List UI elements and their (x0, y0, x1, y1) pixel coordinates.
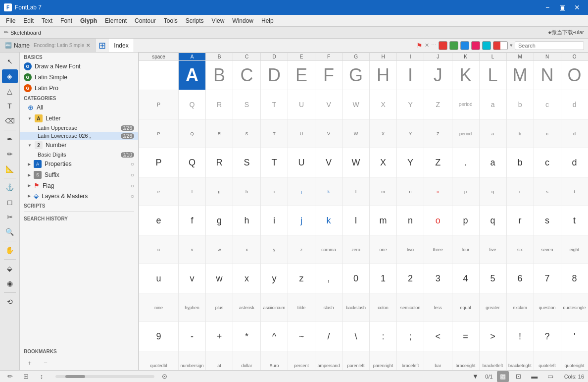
view-detail[interactable]: ▭ (544, 371, 556, 382)
cell-W[interactable]: W (343, 90, 370, 119)
cell-glyph-t-lc[interactable]: t (561, 206, 588, 235)
close-button[interactable]: ✕ (570, 2, 584, 12)
cell-H[interactable]: H (370, 61, 397, 90)
cell-glyph-n[interactable]: n (397, 206, 424, 235)
cell-glyph-a[interactable]: a (479, 148, 506, 177)
cell-glyph-w[interactable]: w (206, 264, 233, 293)
cell-glyph-y[interactable]: y (261, 264, 288, 293)
menu-font[interactable]: Font (56, 16, 76, 25)
cell-glyph-k[interactable]: k (315, 206, 343, 235)
menu-scripts[interactable]: Scripts (182, 16, 208, 25)
tab-name-close[interactable]: ✕ (86, 43, 90, 48)
statusbar-scrollbar[interactable] (55, 375, 154, 378)
cell-glyph-eight[interactable]: 8 (561, 264, 588, 293)
cell-glyph-hyphen[interactable]: - (179, 322, 206, 351)
cell-a[interactable]: a (479, 90, 506, 119)
tool-anchor[interactable]: ⚓ (2, 180, 18, 194)
sidebar-item-latin-pro[interactable]: G Latin Pro (20, 83, 138, 94)
cell-glyph-quotesingle[interactable]: ' (561, 322, 588, 351)
cell-T[interactable]: T (261, 90, 288, 119)
cell-glyph-b[interactable]: b (506, 148, 534, 177)
menu-help[interactable]: Help (257, 16, 278, 25)
category-flag[interactable]: ▶ ⚑ Flag ○ (20, 180, 138, 191)
cell-B[interactable]: B (206, 61, 233, 90)
view-grid-large[interactable]: ▩ (497, 371, 509, 382)
cell-glyph-asciicircum[interactable]: ^ (261, 322, 288, 351)
cell-glyph-period[interactable]: . (452, 148, 479, 177)
category-layers-masters[interactable]: ▶ ⬙ Layers & Masters ○ (20, 191, 138, 201)
subcategory-latin-uppercase[interactable]: Latin Uppercase 0/26 (20, 124, 138, 132)
cell-glyph-four[interactable]: 4 (452, 264, 479, 293)
cell-glyph-p-lc[interactable]: p (452, 206, 479, 235)
subcategory-basic-digits[interactable]: Basic Digits 0/10 (20, 151, 138, 159)
tool-extra2[interactable]: ⟲ (2, 295, 18, 309)
category-properties[interactable]: ▶ A Properties ○ (20, 159, 138, 169)
cell-glyph-U[interactable]: U (288, 148, 315, 177)
cell-glyph-zero[interactable]: 0 (343, 264, 370, 293)
cell-glyph-equal[interactable]: = (452, 322, 479, 351)
cell-glyph-q-lc[interactable]: q (479, 206, 506, 235)
cell-glyph-u[interactable]: u (139, 264, 179, 293)
cell-glyph-z[interactable]: z (288, 264, 315, 293)
cell-d[interactable]: d (561, 90, 588, 119)
cell-glyph-d[interactable]: d (561, 148, 588, 177)
category-letter[interactable]: ▼ A Letter (20, 113, 138, 124)
cell-glyph-e[interactable]: e (139, 206, 179, 235)
cell-C[interactable]: C (233, 61, 261, 90)
statusbar-grid-icon[interactable]: ⊞ (20, 371, 32, 382)
cell-glyph-x[interactable]: x (233, 264, 261, 293)
category-number[interactable]: ▼ 2 Number (20, 140, 138, 151)
tool-layers[interactable]: ⬙ (2, 262, 18, 275)
cell-glyph-T[interactable]: T (261, 148, 288, 177)
menu-window[interactable]: Window (228, 16, 257, 25)
cell-glyph-c[interactable]: c (534, 148, 561, 177)
cell-b[interactable]: b (506, 90, 534, 119)
cell-D[interactable]: D (261, 61, 288, 90)
tool-shape[interactable]: ◻ (2, 195, 18, 209)
color-swatch-cyan[interactable] (482, 41, 491, 50)
cell-glyph-greater[interactable]: > (479, 322, 506, 351)
cell-M[interactable]: M (506, 61, 534, 90)
cell-N[interactable]: N (534, 61, 561, 90)
tool-ruler[interactable]: 📐 (2, 162, 18, 176)
search-input[interactable] (515, 41, 584, 50)
cell-space-header[interactable] (139, 61, 179, 90)
sidebar-item-draw-new-font[interactable]: G Draw a New Font (20, 61, 138, 72)
cell-glyph-R[interactable]: R (206, 148, 233, 177)
color-gradient-swatch[interactable] (493, 41, 508, 50)
cell-R[interactable]: R (206, 90, 233, 119)
cell-K[interactable]: K (452, 61, 479, 90)
menu-element[interactable]: Element (101, 16, 131, 25)
menu-file[interactable]: File (2, 16, 19, 25)
cell-glyph-backslash[interactable]: \ (343, 322, 370, 351)
tool-extra1[interactable]: ◉ (2, 276, 18, 290)
cell-glyph-nine[interactable]: 9 (139, 322, 179, 351)
cell-glyph-X[interactable]: X (370, 148, 397, 177)
cell-glyph-seven[interactable]: 7 (534, 264, 561, 293)
cell-glyph-r-lc[interactable]: r (506, 206, 534, 235)
cell-I[interactable]: I (397, 61, 424, 90)
cell-glyph-Q[interactable]: Q (179, 148, 206, 177)
cell-F[interactable]: F (315, 61, 343, 90)
cell-glyph-asterisk[interactable]: * (233, 322, 261, 351)
cell-glyph-exclam[interactable]: ! (506, 322, 534, 351)
cell-A-selected[interactable]: A (179, 61, 206, 90)
cell-O[interactable]: O (561, 61, 588, 90)
cell-glyph-Y[interactable]: Y (397, 148, 424, 177)
color-swatch-red[interactable] (439, 41, 447, 50)
minimize-button[interactable]: − (540, 2, 554, 12)
view-grid-small[interactable]: ⊡ (513, 371, 525, 382)
cell-glyph-P[interactable]: P (139, 148, 179, 177)
dots-icon[interactable]: ⋯ (431, 42, 437, 49)
tool-text[interactable]: T (2, 99, 18, 113)
cell-glyph-colon[interactable]: : (370, 322, 397, 351)
cell-glyph-less[interactable]: < (424, 322, 452, 351)
cell-glyph-j[interactable]: j (288, 206, 315, 235)
cell-X[interactable]: X (370, 90, 397, 119)
tab-index[interactable]: Index (109, 39, 134, 52)
sidebar-item-latin-simple[interactable]: G Latin Simple (20, 72, 138, 83)
cell-G[interactable]: G (343, 61, 370, 90)
menu-contour[interactable]: Contour (131, 16, 160, 25)
flag-icon[interactable]: ⚑ (416, 42, 423, 50)
cell-glyph-slash[interactable]: / (315, 322, 343, 351)
